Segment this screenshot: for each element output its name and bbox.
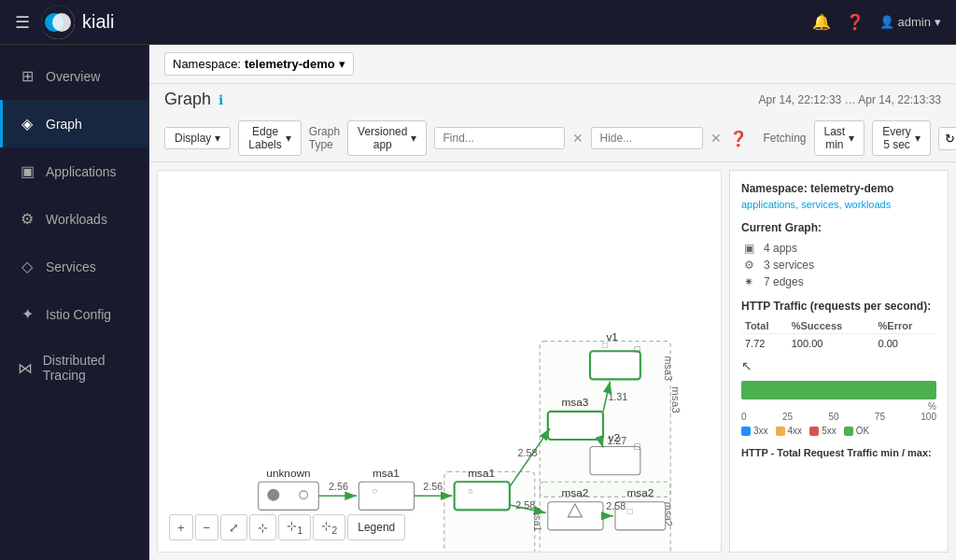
notification-icon[interactable]: 🔔 [812, 13, 831, 31]
svg-text:msa2: msa2 [626, 486, 654, 499]
toolbar: Display ▾ Edge Labels ▾ Graph Type Versi… [149, 115, 956, 162]
edge-labels-button[interactable]: Edge Labels ▾ [238, 120, 301, 156]
hide-clear-icon[interactable]: ✕ [710, 131, 722, 146]
error-value: 0.00 [875, 334, 936, 354]
graph-time-range: Apr 14, 22:12:33 … Apr 14, 22:13:33 [759, 93, 941, 106]
sidebar-label-applications: Applications [46, 164, 117, 179]
col-total: Total [741, 318, 788, 334]
sidebar-item-services[interactable]: ◇ Services [0, 243, 148, 290]
last-min-button[interactable]: Last min ▾ [814, 120, 865, 156]
progress-scale: 0 25 50 75 100 [741, 412, 936, 422]
graph-icon: ◈ [18, 115, 36, 133]
svg-rect-27 [259, 482, 319, 510]
logo: kiali [41, 6, 114, 39]
every-5sec-button[interactable]: Every 5 sec ▾ [872, 120, 931, 156]
istio-icon: ✦ [18, 305, 36, 323]
graph-title-area: Graph ℹ [164, 90, 223, 109]
chart-legend: 3xx 4xx 5xx OK [741, 426, 936, 436]
graph-controls: + − ⤢ ⊹ ⊹1 ⊹2 Legend [169, 514, 405, 540]
graph-info-icon[interactable]: ℹ [218, 92, 223, 107]
svg-rect-16 [548, 412, 603, 440]
progress-bar-container [741, 381, 936, 399]
namespace-label: Namespace: [173, 57, 241, 71]
workloads-icon: ⚙ [18, 210, 36, 228]
display-chevron: ▾ [215, 132, 220, 145]
sidebar-label-services: Services [46, 259, 96, 274]
topnav: ☰ kiali 🔔 ❓ 👤 admin ▾ [0, 0, 956, 45]
svg-text:1.31: 1.31 [608, 391, 627, 402]
svg-point-2 [52, 13, 71, 32]
legend-ok: OK [844, 426, 869, 436]
versioned-app-button[interactable]: Versioned app ▾ [347, 120, 427, 156]
layout-icon-button[interactable]: ⊹ [249, 514, 276, 540]
svg-text:2.58: 2.58 [606, 500, 626, 511]
col-success: %Success [788, 318, 875, 334]
success-value: 100.00 [788, 334, 875, 354]
panel-namespace: Namespace: telemetry-demo [741, 182, 936, 195]
svg-text:msa1: msa1 [468, 467, 495, 480]
edges-count: ✷ 7 edges [741, 275, 936, 288]
refresh-button[interactable]: ↻ [938, 127, 956, 150]
graph-canvas[interactable]: msa3 msa3 msa1 msa2 v1 □ □ [157, 170, 722, 553]
kiali-icon [41, 6, 75, 39]
sidebar-label-overview: Overview [46, 69, 100, 84]
display-button[interactable]: Display ▾ [164, 127, 231, 149]
sidebar-item-graph[interactable]: ◈ Graph [0, 100, 148, 147]
http-table-row: 7.72 100.00 0.00 [741, 334, 936, 354]
zoom-in-button[interactable]: + [169, 514, 193, 540]
user-menu[interactable]: 👤 admin ▾ [879, 15, 941, 29]
legend-5xx: 5xx [809, 426, 836, 436]
http-traffic-table: Total %Success %Error 7.72 100.00 0.00 [741, 318, 936, 353]
zoom-out-button[interactable]: − [195, 514, 219, 540]
svg-text:□: □ [634, 441, 640, 452]
nav-icons: 🔔 ❓ 👤 admin ▾ [812, 13, 941, 31]
panel-links[interactable]: applications, services, workloads [741, 199, 936, 210]
versioned-chevron: ▾ [411, 132, 416, 145]
hamburger-menu[interactable]: ☰ [15, 12, 30, 33]
sidebar-item-workloads[interactable]: ⚙ Workloads [0, 195, 148, 243]
namespace-dropdown[interactable]: Namespace: telemetry-demo ▾ [164, 52, 354, 76]
right-panel: Namespace: telemetry-demo applications, … [729, 170, 949, 553]
svg-text:○: ○ [468, 485, 473, 496]
fit-button[interactable]: ⤢ [220, 514, 247, 540]
hide-input[interactable] [591, 127, 703, 149]
svg-text:unknown: unknown [266, 467, 310, 480]
sidebar-label-tracing: Distributed Tracing [43, 353, 134, 383]
svg-rect-24 [455, 482, 510, 510]
brand-label: kiali [82, 11, 114, 33]
svg-point-29 [267, 489, 279, 501]
sidebar-item-overview[interactable]: ⊞ Overview [0, 52, 148, 100]
progress-percent: % [741, 401, 936, 412]
help-icon[interactable]: ❓ [846, 13, 865, 31]
graph-title-text: Graph [164, 90, 211, 109]
svg-text:2.58: 2.58 [515, 499, 535, 511]
sidebar-label-workloads: Workloads [46, 212, 107, 227]
apps-count: ▣ 4 apps [741, 242, 936, 255]
svg-text:msa2: msa2 [561, 486, 588, 499]
col-error: %Error [875, 318, 936, 334]
sidebar-item-applications[interactable]: ▣ Applications [0, 147, 148, 195]
hide-help-icon[interactable]: ❓ [729, 130, 748, 147]
namespace-value: telemetry-demo [245, 57, 335, 71]
main-content: Namespace: telemetry-demo ▾ Graph ℹ Apr … [149, 45, 956, 560]
svg-text:msa3: msa3 [663, 357, 674, 381]
graph-type-label: Graph Type [309, 125, 340, 151]
find-clear-icon[interactable]: ✕ [572, 131, 583, 146]
layout-2-button[interactable]: ⊹2 [313, 514, 345, 540]
legend-3xx: 3xx [741, 426, 768, 436]
sidebar-item-distributed-tracing[interactable]: ⋈ Distributed Tracing [0, 338, 148, 398]
namespace-bar: Namespace: telemetry-demo ▾ [149, 45, 956, 84]
find-input[interactable] [434, 127, 565, 149]
svg-text:msa1: msa1 [373, 467, 400, 480]
svg-rect-18 [590, 447, 640, 475]
layout-1-button[interactable]: ⊹1 [278, 514, 311, 540]
legend-button[interactable]: Legend [347, 514, 405, 540]
applications-icon: ▣ [18, 162, 36, 180]
edges-icon: ✷ [741, 275, 756, 288]
layout: ⊞ Overview ◈ Graph ▣ Applications ⚙ Work… [0, 45, 956, 560]
sidebar-item-istio-config[interactable]: ✦ Istio Config [0, 290, 148, 338]
services-icon: ◇ [18, 258, 36, 275]
graph-header: Graph ℹ Apr 14, 22:12:33 … Apr 14, 22:13… [149, 84, 956, 115]
svg-text:msa3: msa3 [669, 386, 682, 413]
content-area: msa3 msa3 msa1 msa2 v1 □ □ [149, 162, 956, 560]
